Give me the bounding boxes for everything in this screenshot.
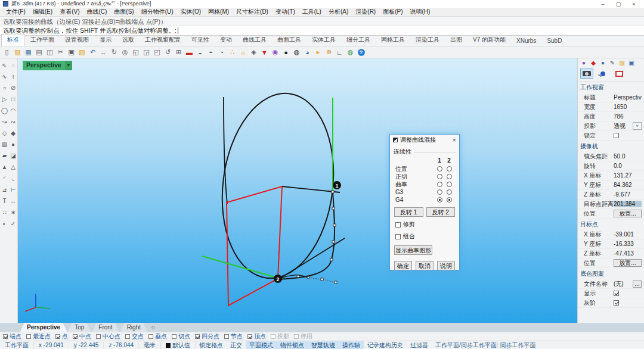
toolbar-group-tab[interactable]: 曲线工具 xyxy=(237,35,272,46)
print-icon[interactable]: ▤ xyxy=(34,47,44,57)
green-line-diagonal[interactable] xyxy=(202,256,278,278)
radio-button-2[interactable] xyxy=(447,197,452,202)
curve-edit-icon[interactable]: ≀ xyxy=(9,72,17,81)
named-view-icon[interactable]: ▬ xyxy=(184,47,194,57)
toolbar-group-tab[interactable]: 可见性 xyxy=(186,35,215,46)
radio-button-2[interactable] xyxy=(447,182,452,187)
display-panel-icon[interactable]: ● xyxy=(599,60,606,67)
menu-item[interactable]: 查看(V) xyxy=(56,8,83,16)
points-on-icon[interactable]: ∴ xyxy=(227,47,237,57)
menu-item[interactable]: 尺寸标注(D) xyxy=(233,8,272,16)
render-sphere-icon[interactable]: ◍ xyxy=(292,47,302,57)
black-line-left[interactable] xyxy=(224,97,227,204)
toolbar-group-tab[interactable]: 出图 xyxy=(445,35,467,46)
units-label[interactable]: 毫米 xyxy=(139,341,161,349)
trim-checkbox[interactable] xyxy=(395,222,401,228)
menu-item[interactable]: 变动(T) xyxy=(272,8,299,16)
toggle-ortho[interactable]: 正交 xyxy=(227,341,246,349)
menu-item[interactable]: 网格(M) xyxy=(205,8,233,16)
lock-object-icon[interactable]: ◓ xyxy=(206,47,216,57)
perspective-viewport[interactable]: 1 2 Perspective ▼ 调整曲线混接 × xyxy=(18,58,577,323)
lamp-icon[interactable]: ☼ xyxy=(238,47,248,57)
radio-button-2[interactable] xyxy=(447,174,452,179)
locked-checkbox[interactable] xyxy=(614,133,619,138)
select-cursor-icon[interactable]: ⇖ xyxy=(1,61,9,70)
zoom-icon[interactable]: ◎ xyxy=(120,47,130,57)
color-wheel-icon[interactable]: ◉ xyxy=(270,47,280,57)
radio-button-1[interactable] xyxy=(437,189,442,195)
viewport-properties-button[interactable] xyxy=(612,68,626,79)
osnap-disable[interactable]: 停用 xyxy=(294,332,312,341)
ellipse-curve[interactable] xyxy=(212,87,344,285)
undo-icon[interactable]: ↶ xyxy=(88,47,98,57)
dialog-title-bar[interactable]: 调整曲线混接 × xyxy=(390,135,459,145)
help-button[interactable]: 说明 xyxy=(437,261,455,270)
menu-item[interactable]: 编辑(E) xyxy=(29,8,56,16)
osnap-intersection[interactable]: 交点 xyxy=(125,332,144,341)
restore-button[interactable]: ▢ xyxy=(615,1,622,7)
extrude-icon[interactable]: ▰ xyxy=(1,151,9,160)
osnap-near[interactable]: 最近点 xyxy=(26,332,51,341)
toggle-cplane-sync[interactable]: 工作平面/同步工作平面: 同步工作平面 xyxy=(432,341,539,349)
menu-item[interactable]: 曲线(C) xyxy=(83,8,110,16)
toolbar-group-tab[interactable]: 实体工具 xyxy=(306,35,341,46)
osnap-project[interactable]: 投影 xyxy=(271,332,289,341)
flag-icon[interactable]: ▸ xyxy=(313,47,323,57)
chevron-down-icon[interactable]: ▼ xyxy=(65,61,72,70)
hide-object-icon[interactable]: ◒ xyxy=(195,47,205,57)
surface-icon[interactable]: ◇ xyxy=(1,129,9,138)
new-viewport-tab-icon[interactable]: ◇ xyxy=(148,323,158,332)
osnap-knot[interactable]: 节点 xyxy=(224,332,243,341)
toolbar-group-tab[interactable]: SubD xyxy=(541,36,567,46)
rectangle-icon[interactable]: □ xyxy=(9,95,17,104)
dimension-icon[interactable]: ↔ xyxy=(9,197,17,205)
radio-button-2[interactable] xyxy=(447,166,452,172)
render-icon[interactable]: ▼ xyxy=(259,47,270,57)
freeform-curve-icon[interactable]: ↝ xyxy=(1,117,9,126)
chamfer-icon[interactable]: ◟ xyxy=(9,174,17,183)
show-checkbox[interactable] xyxy=(614,291,619,296)
box-icon[interactable]: ▧ xyxy=(1,140,9,149)
polar-array-icon[interactable]: ∗ xyxy=(9,208,17,217)
menu-item[interactable]: 曲面(S) xyxy=(110,8,137,16)
toggle-smarttrack[interactable]: 智慧轨迹 xyxy=(308,341,339,349)
save-file-icon[interactable]: ▦ xyxy=(23,47,33,57)
cancel-button[interactable]: 取消 xyxy=(416,261,434,270)
sphere-icon[interactable]: ● xyxy=(9,140,17,149)
cplane-button[interactable]: 工作平面 xyxy=(0,341,34,349)
radio-button-2[interactable] xyxy=(447,189,452,195)
browse-button[interactable]: ... xyxy=(633,281,642,288)
layers-panel-icon[interactable]: ◆ xyxy=(590,60,597,67)
viewport-title-menu[interactable]: Perspective ▼ xyxy=(23,61,72,70)
blend-curve[interactable] xyxy=(278,192,335,279)
show-curvature-graph-button[interactable]: 显示曲率图形 xyxy=(394,245,432,255)
export-icon[interactable]: ◫ xyxy=(45,47,55,57)
check-icon[interactable]: ✓ xyxy=(9,219,17,228)
raytrace-sphere-icon[interactable]: ◕ xyxy=(302,47,312,57)
camera-properties-button[interactable] xyxy=(580,68,593,79)
osnap-perpendicular[interactable]: 垂点 xyxy=(148,332,167,341)
radio-button-1[interactable] xyxy=(437,182,442,187)
text-icon[interactable]: T xyxy=(1,197,9,205)
copy-icon[interactable]: ▣ xyxy=(66,47,76,57)
toggle-planar[interactable]: 平面模式 xyxy=(246,341,277,349)
toggle-history[interactable]: 记录建构历史 xyxy=(364,341,407,349)
toolbar-group-tab[interactable]: XNurbs xyxy=(511,36,541,46)
osnap-vertex[interactable]: 顶点 xyxy=(247,332,266,341)
toolbar-group-tab[interactable]: 标准 xyxy=(1,34,25,46)
osnap-center[interactable]: 中心点 xyxy=(96,332,120,341)
ellipse-icon[interactable]: ◯ xyxy=(1,106,9,115)
lasso-select-icon[interactable]: ◌ xyxy=(9,61,17,70)
close-button[interactable]: × xyxy=(630,1,637,7)
menu-item[interactable]: 细分物件(U) xyxy=(138,8,177,16)
sweep-icon[interactable]: ◪ xyxy=(9,151,17,160)
tab-front[interactable]: Front xyxy=(92,323,119,332)
properties-panel-icon[interactable]: ● xyxy=(580,60,587,67)
target-place-button[interactable]: 放置... xyxy=(614,259,642,267)
osnap-point[interactable]: 点 xyxy=(55,332,68,341)
minimize-button[interactable]: – xyxy=(599,1,606,7)
undo-view-icon[interactable]: ↺ xyxy=(163,47,173,57)
shade-sphere-icon[interactable]: ● xyxy=(281,47,291,57)
grayscale-checkbox[interactable] xyxy=(614,300,619,306)
osnap-end[interactable]: 端点 xyxy=(3,332,21,341)
